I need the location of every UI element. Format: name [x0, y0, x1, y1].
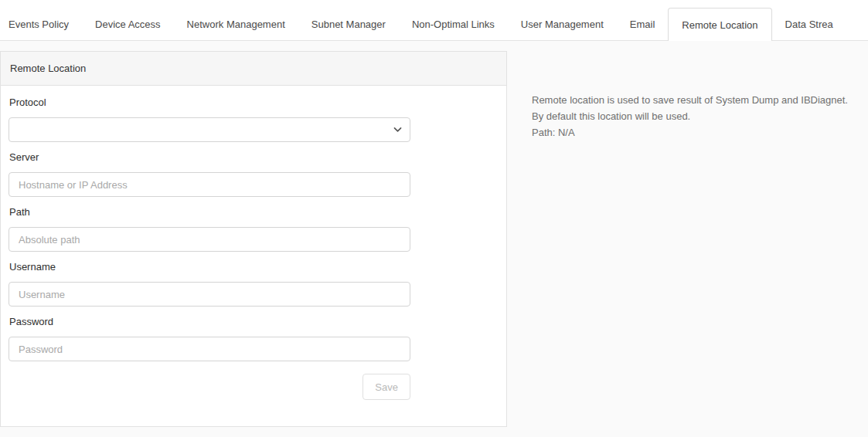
- tab-remote-location[interactable]: Remote Location: [668, 8, 771, 41]
- save-row: Save: [9, 374, 410, 400]
- tab-data-strea[interactable]: Data Strea: [772, 8, 846, 40]
- settings-content: Remote Location Protocol Server Path Use…: [0, 41, 868, 437]
- protocol-select-wrap: [9, 117, 410, 142]
- remote-location-form: Protocol Server Path Username Password: [1, 86, 506, 406]
- server-input[interactable]: [9, 172, 410, 197]
- save-button[interactable]: Save: [363, 374, 410, 400]
- remote-path-value: Path: N/A: [532, 124, 864, 141]
- server-label: Server: [9, 151, 499, 163]
- username-input[interactable]: [9, 282, 410, 307]
- tab-events-policy[interactable]: Events Policy: [0, 8, 82, 40]
- tab-network-management[interactable]: Network Management: [174, 8, 298, 40]
- panel-title: Remote Location: [1, 52, 506, 86]
- remote-location-panel: Remote Location Protocol Server Path Use…: [0, 51, 507, 427]
- protocol-select[interactable]: [9, 117, 410, 142]
- path-label: Path: [9, 206, 499, 218]
- password-label: Password: [9, 316, 499, 327]
- tab-non-optimal-links[interactable]: Non-Optimal Links: [399, 8, 508, 40]
- tab-email[interactable]: Email: [617, 8, 669, 40]
- username-label: Username: [9, 261, 499, 273]
- path-input[interactable]: [9, 227, 410, 252]
- info-line-2: By default this location will be used.: [532, 108, 864, 124]
- tab-user-management[interactable]: User Management: [508, 8, 617, 40]
- settings-tab-bar: Events PolicyDevice AccessNetwork Manage…: [0, 0, 868, 41]
- info-line-1: Remote location is used to save result o…: [532, 92, 864, 108]
- password-input[interactable]: [9, 337, 410, 361]
- tab-subnet-manager[interactable]: Subnet Manager: [298, 8, 399, 40]
- tab-device-access[interactable]: Device Access: [82, 8, 174, 40]
- remote-location-description: Remote location is used to save result o…: [532, 92, 864, 141]
- protocol-label: Protocol: [9, 97, 499, 108]
